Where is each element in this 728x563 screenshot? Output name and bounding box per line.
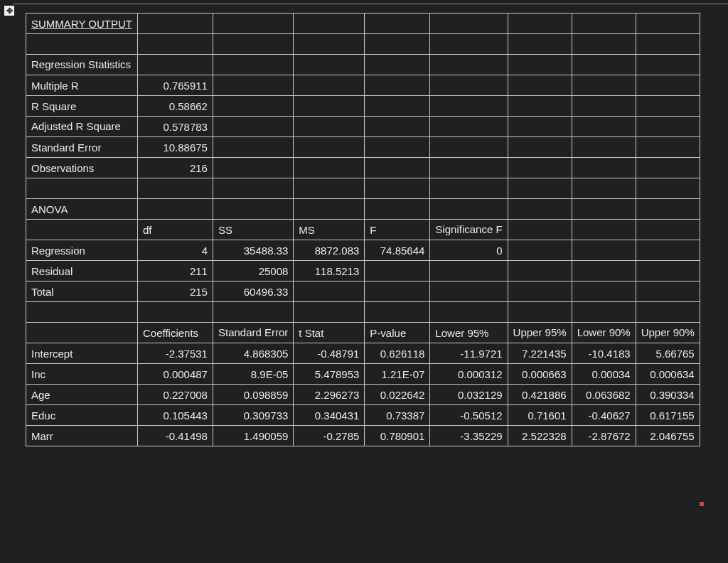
- regression-statistics-heading: Regression Statistics: [26, 55, 138, 75]
- coef-row-label: Inc: [26, 364, 138, 385]
- coef-cell: 0.000663: [508, 364, 572, 385]
- table-row: Adjusted R Square 0.578783: [26, 117, 700, 137]
- anova-cell: 215: [137, 282, 213, 302]
- stat-value: 0.578783: [137, 117, 213, 137]
- table-row: [26, 34, 700, 55]
- anova-row-label: Regression: [26, 240, 138, 261]
- coef-cell: -10.4183: [572, 343, 636, 364]
- table-row: Educ 0.105443 0.309733 0.340431 0.73387 …: [26, 405, 700, 426]
- regression-output-table: SUMMARY OUTPUT Regression Statistics Mul…: [26, 13, 700, 446]
- anova-cell: 25008: [213, 261, 293, 282]
- coef-cell: -0.2785: [294, 426, 365, 446]
- anova-header-f: F: [365, 220, 430, 240]
- coef-cell: -2.87672: [572, 426, 636, 446]
- anova-row-label: Residual: [26, 261, 138, 282]
- table-row: Residual 211 25008 118.5213: [26, 261, 700, 282]
- move-handle-icon[interactable]: ✥: [4, 6, 14, 16]
- coef-cell: 2.296273: [294, 385, 365, 405]
- coef-cell: 2.522328: [508, 426, 572, 446]
- coef-cell: 0.626118: [365, 343, 430, 364]
- coef-cell: 5.66765: [636, 343, 700, 364]
- anova-cell: 211: [137, 261, 213, 282]
- coef-cell: 0.105443: [137, 405, 213, 426]
- anova-cell: 4: [137, 240, 213, 261]
- coef-cell: 0.000312: [430, 364, 508, 385]
- coef-cell: 7.221435: [508, 343, 572, 364]
- coef-cell: -0.50512: [430, 405, 508, 426]
- table-row: Total 215 60496.33: [26, 282, 700, 302]
- table-row: Observations 216: [26, 158, 700, 178]
- table-row: Intercept -2.37531 4.868305 -0.48791 0.6…: [26, 343, 700, 364]
- table-row: ANOVA: [26, 199, 700, 220]
- coef-cell: -11.9721: [430, 343, 508, 364]
- anova-cell: 35488.33: [213, 240, 293, 261]
- coef-cell: 1.490059: [213, 426, 293, 446]
- coef-row-label: Marr: [26, 426, 138, 446]
- coef-cell: -2.37531: [137, 343, 213, 364]
- stat-value: 10.88675: [137, 137, 213, 158]
- coef-cell: 4.868305: [213, 343, 293, 364]
- table-row: [26, 178, 700, 199]
- table-row: Coefficients Standard Error t Stat P-val…: [26, 323, 700, 343]
- coef-cell: 0.098859: [213, 385, 293, 405]
- coef-header-upper95: Upper 95%: [508, 323, 572, 343]
- coef-cell: 0.617155: [636, 405, 700, 426]
- coef-cell: 0.032129: [430, 385, 508, 405]
- coef-cell: 5.478953: [294, 364, 365, 385]
- table-row: Inc 0.000487 8.9E-05 5.478953 1.21E-07 0…: [26, 364, 700, 385]
- anova-cell: 60496.33: [213, 282, 293, 302]
- top-border-rule: [13, 3, 728, 5]
- stat-label: R Square: [26, 96, 138, 117]
- coef-row-label: Age: [26, 385, 138, 405]
- anova-row-label: Total: [26, 282, 138, 302]
- table-row: df SS MS F Significance F: [26, 220, 700, 240]
- anova-header-df: df: [137, 220, 213, 240]
- coef-cell: -0.48791: [294, 343, 365, 364]
- stat-label: Observations: [26, 158, 138, 178]
- coef-header-lower90: Lower 90%: [572, 323, 636, 343]
- coef-cell: 0.390334: [636, 385, 700, 405]
- stat-label: Standard Error: [26, 137, 138, 158]
- table-row: [26, 302, 700, 323]
- stat-value: 216: [137, 158, 213, 178]
- anova-cell: 74.85644: [365, 240, 430, 261]
- anova-header-sigf: Significance F: [430, 220, 508, 240]
- stat-value: 0.58662: [137, 96, 213, 117]
- table-row: Standard Error 10.88675: [26, 137, 700, 158]
- coef-header-lower95: Lower 95%: [430, 323, 508, 343]
- coef-header-upper90: Upper 90%: [636, 323, 700, 343]
- coef-cell: 1.21E-07: [365, 364, 430, 385]
- summary-output-title: SUMMARY OUTPUT: [26, 14, 138, 34]
- anova-header-ss: SS: [213, 220, 293, 240]
- table-row: Marr -0.41498 1.490059 -0.2785 0.780901 …: [26, 426, 700, 446]
- coef-cell: 2.046755: [636, 426, 700, 446]
- coef-cell: 0.73387: [365, 405, 430, 426]
- coef-cell: 0.309733: [213, 405, 293, 426]
- table-row: Age 0.227008 0.098859 2.296273 0.022642 …: [26, 385, 700, 405]
- table-row: Regression Statistics: [26, 55, 700, 75]
- coef-row-label: Intercept: [26, 343, 138, 364]
- stat-label: Adjusted R Square: [26, 117, 138, 137]
- table-row: SUMMARY OUTPUT: [26, 14, 700, 34]
- coef-cell: 0.227008: [137, 385, 213, 405]
- coef-header-tstat: t Stat: [294, 323, 365, 343]
- coef-cell: 0.71601: [508, 405, 572, 426]
- coef-cell: 0.00034: [572, 364, 636, 385]
- table-row: R Square 0.58662: [26, 96, 700, 117]
- anova-cell: 0: [430, 240, 508, 261]
- coef-cell: -0.41498: [137, 426, 213, 446]
- coef-cell: -3.35229: [430, 426, 508, 446]
- table-row: Multiple R 0.765911: [26, 75, 700, 96]
- coef-cell: 0.022642: [365, 385, 430, 405]
- stat-value: 0.765911: [137, 75, 213, 96]
- coef-cell: 0.000487: [137, 364, 213, 385]
- coef-header-coefficients: Coefficients: [137, 323, 213, 343]
- coef-cell: 0.340431: [294, 405, 365, 426]
- anova-heading: ANOVA: [26, 199, 138, 220]
- coef-cell: 8.9E-05: [213, 364, 293, 385]
- coef-cell: -0.40627: [572, 405, 636, 426]
- coef-cell: 0.000634: [636, 364, 700, 385]
- anova-cell: 118.5213: [294, 261, 365, 282]
- selection-handle-icon[interactable]: [700, 502, 704, 506]
- coef-header-se: Standard Error: [213, 323, 293, 343]
